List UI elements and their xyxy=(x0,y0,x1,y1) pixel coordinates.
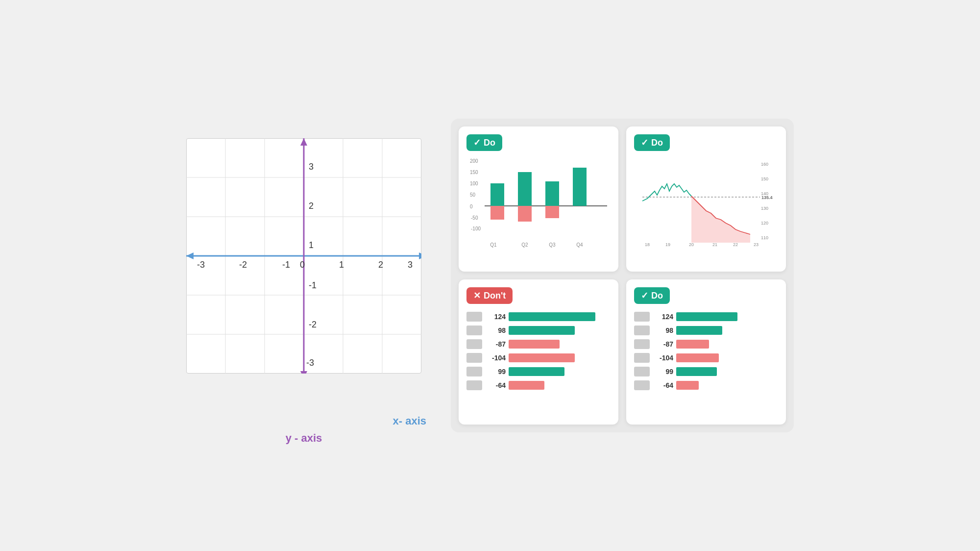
hbar-right-row-4: -104 xyxy=(634,353,778,363)
hbar-label-box xyxy=(634,367,650,376)
hbar-value: -104 xyxy=(653,354,673,362)
coordinate-plane-section: -3 -2 -1 0 1 2 3 3 2 1 -1 -2 -3 x- axis … xyxy=(186,138,421,413)
hbar-left-row-5: 99 xyxy=(466,367,611,376)
line-chart-area: 160 150 140 130 120 110 18 19 20 21 22 2… xyxy=(634,157,778,250)
hbar-label-box xyxy=(634,312,650,322)
bar-q2-neg xyxy=(518,206,532,222)
x-axis-label: x- axis xyxy=(393,415,427,427)
hbar-track xyxy=(676,340,778,349)
x-label-3: 3 xyxy=(408,260,413,270)
svg-text:22: 22 xyxy=(733,242,738,247)
hbar-right-row-2: 98 xyxy=(634,326,778,335)
hbar-left-row-4: -104 xyxy=(466,353,611,363)
hbar-value: 99 xyxy=(653,368,673,376)
hbar-fill xyxy=(676,340,709,349)
hbar-value: -64 xyxy=(485,381,506,389)
hbar-label-box xyxy=(466,326,482,335)
hbar-track xyxy=(676,367,778,376)
hbar-track xyxy=(509,312,611,321)
hbar-label-box xyxy=(634,353,650,363)
chart-card-top-left: ✓ Do 200 150 100 50 0 -50 -100 xyxy=(459,126,618,272)
svg-marker-14 xyxy=(300,138,307,146)
svg-text:110: 110 xyxy=(761,235,768,240)
hbar-fill xyxy=(509,381,544,390)
hbar-label-box xyxy=(466,353,482,363)
hbar-right-row-6: -64 xyxy=(634,380,778,390)
bar-chart-svg: 200 150 100 50 0 -50 -100 xyxy=(466,157,611,250)
hbar-track xyxy=(509,340,611,349)
bar-chart-area: 200 150 100 50 0 -50 -100 xyxy=(466,157,611,250)
badge-dont-bottom-left: ✕ Don't xyxy=(466,287,513,304)
hbar-label-box xyxy=(466,367,482,376)
line-chart-svg: 160 150 140 130 120 110 18 19 20 21 22 2… xyxy=(634,157,778,250)
svg-text:18: 18 xyxy=(645,242,650,247)
svg-text:Q4: Q4 xyxy=(576,242,583,248)
hbar-track xyxy=(509,326,611,335)
y-label-2: 2 xyxy=(309,201,314,211)
hbar-left-row-2: 98 xyxy=(466,326,611,335)
x-icon-dont: ✕ xyxy=(473,290,481,301)
svg-text:-50: -50 xyxy=(471,215,478,221)
hbar-right-row-1: 124 xyxy=(634,312,778,322)
x-label-neg1: -1 xyxy=(282,260,290,270)
hbar-track xyxy=(676,353,778,362)
y-label-neg2: -2 xyxy=(309,320,317,330)
badge-do-top-right: ✓ Do xyxy=(634,134,670,151)
hbar-left-row-6: -64 xyxy=(466,380,611,390)
hbar-fill xyxy=(676,367,717,376)
line-teal xyxy=(642,184,691,201)
check-icon-top-left: ✓ xyxy=(473,137,481,148)
svg-text:Q1: Q1 xyxy=(490,242,497,248)
y-label-1: 1 xyxy=(309,240,314,250)
svg-text:19: 19 xyxy=(665,242,670,247)
main-container: -3 -2 -1 0 1 2 3 3 2 1 -1 -2 -3 x- axis … xyxy=(0,0,980,551)
y-label-3: 3 xyxy=(309,162,314,172)
hbar-track xyxy=(676,312,778,321)
svg-text:20: 20 xyxy=(689,242,694,247)
bar-q3-pos xyxy=(545,181,559,206)
hbar-label-box xyxy=(634,326,650,335)
x-label-neg2: -2 xyxy=(239,260,247,270)
svg-text:Q3: Q3 xyxy=(549,242,556,248)
hbar-value: 98 xyxy=(485,326,506,334)
hbar-fill xyxy=(676,312,737,321)
hbar-track xyxy=(676,326,778,335)
hbar-value: 124 xyxy=(485,313,506,321)
svg-marker-11 xyxy=(186,252,194,259)
hbar-right-container: 124 98 -87 xyxy=(634,312,778,390)
svg-text:-100: -100 xyxy=(471,226,481,231)
svg-text:130: 130 xyxy=(761,206,768,211)
badge-do-top-left: ✓ Do xyxy=(466,134,502,151)
y-label-neg3: -3 xyxy=(306,358,314,368)
chart-card-bottom-right: ✓ Do 124 98 xyxy=(626,279,786,425)
hbar-track xyxy=(676,381,778,390)
bar-q3-neg xyxy=(545,206,559,218)
check-icon-top-right: ✓ xyxy=(641,137,648,148)
hbar-value: -87 xyxy=(485,340,506,348)
hbar-value: -87 xyxy=(653,340,673,348)
hbar-fill xyxy=(509,312,595,321)
x-label-1: 1 xyxy=(339,260,344,270)
svg-text:0: 0 xyxy=(470,204,473,209)
grid-svg xyxy=(186,138,421,374)
hbar-value: 99 xyxy=(485,368,506,376)
x-label-0: 0 xyxy=(300,260,305,270)
hbar-fill xyxy=(509,340,560,349)
svg-marker-15 xyxy=(300,371,307,374)
check-icon-bottom-right: ✓ xyxy=(641,290,648,301)
chart-card-bottom-left: ✕ Don't 124 98 xyxy=(459,279,618,425)
svg-text:150: 150 xyxy=(470,170,478,175)
y-label-neg1: -1 xyxy=(309,280,317,291)
hbar-track xyxy=(509,367,611,376)
svg-text:135.4: 135.4 xyxy=(761,195,773,200)
svg-text:160: 160 xyxy=(761,162,768,167)
hbar-value: -64 xyxy=(653,381,673,389)
hbar-label-box xyxy=(466,380,482,390)
svg-text:150: 150 xyxy=(761,176,768,181)
svg-text:21: 21 xyxy=(712,242,717,247)
chart-card-top-right: ✓ Do 160 150 140 130 120 110 18 19 20 21 xyxy=(626,126,786,272)
hbar-label-box xyxy=(466,339,482,349)
hbar-label-box xyxy=(466,312,482,322)
svg-marker-12 xyxy=(419,252,421,259)
hbar-fill xyxy=(676,353,719,362)
